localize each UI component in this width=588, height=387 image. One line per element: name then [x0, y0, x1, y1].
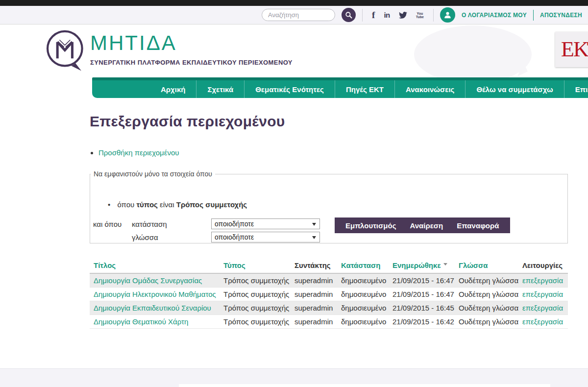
brand-name[interactable]: ΜΗΤΙΔΑ: [90, 31, 293, 55]
edit-link[interactable]: επεξεργασία: [522, 317, 563, 326]
cell-language: Ουδέτερη γλώσσα: [455, 301, 518, 315]
nav-item-ekt-sources[interactable]: Πηγές ΕΚΤ: [335, 80, 394, 98]
rule-verb: είναι: [160, 200, 174, 209]
filters-legend: Να εμφανιστούν μόνο τα στοιχεία όπου: [91, 170, 215, 178]
column-header-title[interactable]: Τίτλος: [94, 261, 116, 269]
cell-language: Ουδέτερη γλώσσα: [455, 315, 518, 329]
metida-logo-icon[interactable]: [45, 28, 86, 74]
divider: [433, 9, 434, 22]
logout-link[interactable]: ΑΠΟΣΥΝΔΕΣΗ: [540, 12, 582, 19]
cell-status: δημοσιευμένο: [337, 301, 389, 315]
search-icon: [345, 11, 352, 19]
table-row: Δημιουργία Ηλεκτρονικού Μαθήματος Τρόπος…: [90, 288, 568, 301]
status-select[interactable]: οποιοδήποτε: [211, 218, 320, 229]
nav-item-announcements[interactable]: Ανακοινώσεις: [394, 80, 465, 98]
main-content: Επεξεργασία περιεχομένου Προσθήκη περιεχ…: [0, 98, 588, 368]
list-item: Προσθήκη περιεχομένου: [98, 148, 568, 157]
twitter-icon[interactable]: [399, 12, 407, 19]
youtube-icon[interactable]: You Tube: [416, 12, 424, 19]
column-header-updated[interactable]: Ενημερώθηκε: [392, 261, 441, 269]
brand-tagline: ΣΥΝΕΡΓΑΤΙΚΗ ΠΛΑΤΦΟΡΜΑ ΕΚΠΑΙΔΕΥΤΙΚΟΥ ΠΕΡΙ…: [90, 59, 293, 66]
youtube-text-bottom: Tube: [416, 15, 424, 19]
facebook-icon[interactable]: f: [372, 10, 375, 21]
cell-language: Ουδέτερη γλώσσα: [455, 288, 518, 301]
footer-content-peek: [179, 384, 550, 387]
nav-item-participate[interactable]: Θέλω να συμμετάσχω: [465, 80, 564, 98]
page-title: Επεξεργασία περιεχομένου: [90, 113, 568, 130]
cell-author: superadmin: [291, 315, 337, 329]
ekt-logo-text: ΕΚΤ: [561, 39, 588, 60]
filters-fieldset: Να εμφανιστούν μόνο τα στοιχεία όπου όπο…: [90, 170, 568, 243]
my-account-link[interactable]: Ο ΛΟΓΑΡΙΑΣΜΟΣ ΜΟΥ: [462, 12, 527, 19]
action-links: Προσθήκη περιεχομένου: [90, 148, 568, 157]
table-row: Δημιουργία Εκπαιδευτικού Σεναρίου Τρόπος…: [90, 301, 568, 315]
ekt-logo[interactable]: ΕΚΤ: [555, 32, 588, 67]
cell-status: δημοσιευμένο: [337, 315, 389, 329]
top-black-strip: [0, 0, 588, 6]
column-header-type[interactable]: Τύπος: [223, 261, 245, 269]
content-title-link[interactable]: Δημιουργία Ομάδας Συνεργασίας: [94, 276, 202, 285]
main-nav: Αρχική Σχετικά Θεματικές Ενότητες Πηγές …: [92, 77, 588, 98]
search-button[interactable]: [342, 8, 356, 22]
cell-updated: 21/09/2015 - 16:45: [389, 301, 455, 315]
nav-item-thematic-units[interactable]: Θεματικές Ενότητες: [244, 80, 335, 98]
filter-buttons-bar: Εμπλουτισμός Αναίρεση Επαναφορά: [335, 218, 510, 233]
brand-header: ΜΗΤΙΔΑ ΣΥΝΕΡΓΑΤΙΚΗ ΠΛΑΤΦΟΡΜΑ ΕΚΠΑΙΔΕΥΤΙΚ…: [0, 24, 588, 77]
language-select-value: οποιοδήποτε: [215, 233, 254, 241]
enrich-button[interactable]: Εμπλουτισμός: [339, 221, 403, 230]
undo-button[interactable]: Αναίρεση: [403, 221, 450, 230]
cell-language: Ουδέτερη γλώσσα: [455, 273, 518, 288]
cell-status: δημοσιευμένο: [337, 273, 389, 288]
column-header-language[interactable]: Γλώσσα: [459, 261, 488, 269]
user-avatar-icon[interactable]: [440, 7, 455, 23]
status-select-value: οποιοδήποτε: [215, 220, 254, 228]
table-row: Δημιουργία Ομάδας Συνεργασίας Τρόπος συμ…: [90, 273, 568, 288]
edit-link[interactable]: επεξεργασία: [522, 304, 563, 312]
rule-field: τύπος: [136, 200, 157, 209]
social-links: f in You Tube: [372, 10, 424, 21]
rule-value: Τρόπος συμμετοχής: [176, 200, 247, 209]
reset-button[interactable]: Επαναφορά: [450, 221, 506, 230]
language-select[interactable]: οποιοδήποτε: [211, 232, 320, 242]
search-input[interactable]: [262, 9, 335, 21]
sort-desc-icon: [443, 263, 447, 267]
content-title-link[interactable]: Δημιουργία Εκπαιδευτικού Σεναρίου: [94, 304, 211, 312]
column-header-status[interactable]: Κατάσταση: [341, 261, 380, 269]
page: f in You Tube Ο ΛΟΓΑΡΙΑΣΜΟΣ ΜΟΥ ΑΠΟΣΥΝΔΕ…: [0, 0, 588, 387]
active-filter-rule: όπου τύπος είναι Τρόπος συμμετοχής: [108, 200, 247, 209]
cell-author: superadmin: [291, 273, 337, 288]
column-header-operations: Λειτουργίες: [518, 258, 568, 273]
status-filter-row: και όπου κατάσταση οποιοδήποτε: [93, 218, 320, 229]
cell-type: Τρόπος συμμετοχής: [220, 273, 291, 288]
cell-type: Τρόπος συμμετοχής: [220, 288, 291, 301]
nav-item-contact[interactable]: Επικοινωνία: [564, 80, 588, 98]
edit-link[interactable]: επεξεργασία: [522, 290, 563, 298]
divider: [362, 9, 363, 22]
language-label: γλώσσα: [132, 233, 211, 242]
cell-status: δημοσιευμένο: [337, 288, 389, 301]
cell-author: superadmin: [291, 301, 337, 315]
speech-bubble-decoration: [414, 25, 532, 83]
cell-updated: 21/09/2015 - 16:47: [389, 288, 455, 301]
utility-bar: f in You Tube Ο ΛΟΓΑΡΙΑΣΜΟΣ ΜΟΥ ΑΠΟΣΥΝΔΕ…: [0, 6, 588, 24]
nav-item-about[interactable]: Σχετικά: [196, 80, 244, 98]
footer-band: [0, 368, 588, 387]
cell-updated: 21/09/2015 - 16:42: [389, 315, 455, 329]
cell-author: superadmin: [291, 288, 337, 301]
content-title-link[interactable]: Δημιουργία Ηλεκτρονικού Μαθήματος: [94, 290, 216, 298]
content-table: Τίτλος Τύπος Συντάκτης Κατάσταση Ενημερώ…: [90, 258, 568, 329]
cell-updated: 21/09/2015 - 16:47: [389, 273, 455, 288]
brand-text: ΜΗΤΙΔΑ ΣΥΝΕΡΓΑΤΙΚΗ ΠΛΑΤΦΟΡΜΑ ΕΚΠΑΙΔΕΥΤΙΚ…: [90, 31, 293, 66]
nav-item-home[interactable]: Αρχική: [150, 80, 196, 98]
and-where-label: και όπου: [93, 220, 132, 228]
youtube-text-top: You: [417, 12, 423, 15]
linkedin-icon[interactable]: in: [384, 11, 390, 19]
cell-type: Τρόπος συμμετοχής: [220, 315, 291, 329]
divider: [533, 10, 534, 21]
content-title-link[interactable]: Δημιουργία Θεματικού Χάρτη: [94, 317, 188, 326]
edit-link[interactable]: επεξεργασία: [522, 276, 563, 285]
cell-type: Τρόπος συμμετοχής: [220, 301, 291, 315]
column-header-author: Συντάκτης: [291, 258, 337, 273]
table-row: Δημιουργία Θεματικού Χάρτη Τρόπος συμμετ…: [90, 315, 568, 329]
add-content-link[interactable]: Προσθήκη περιεχομένου: [98, 148, 179, 157]
